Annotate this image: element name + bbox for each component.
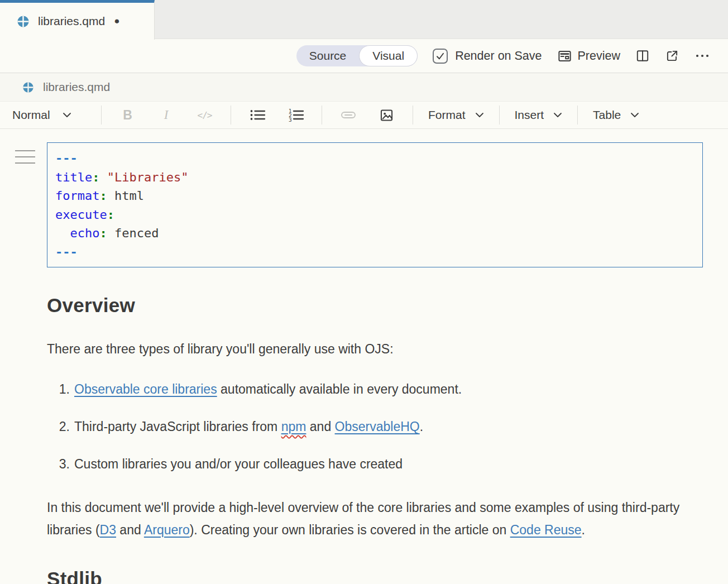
link[interactable]: Observable core libraries (74, 382, 217, 396)
text-run: and (306, 419, 334, 434)
visual-mode-button[interactable]: Visual (359, 45, 418, 66)
render-on-save-control[interactable]: Render on Save (433, 49, 542, 64)
document-body: OverviewThere are three types of library… (47, 294, 728, 584)
preview-icon (557, 49, 572, 64)
split-editor-icon (635, 49, 650, 63)
list-item-text: Third-party JavaScript libraries from np… (74, 415, 423, 438)
yaml-line: echo: fenced (55, 224, 695, 243)
yaml-token: title (55, 170, 92, 184)
text-run: There are three types of library you'll … (47, 342, 394, 356)
link[interactable]: D3 (100, 523, 116, 537)
misspelled-word: npm (281, 419, 306, 434)
list-item-text: Observable core libraries automatically … (74, 378, 462, 400)
split-editor-button[interactable] (635, 49, 650, 63)
ellipsis-icon (695, 49, 710, 63)
source-visual-toggle: Source Visual (296, 45, 418, 66)
editor-toolbar: Source Visual Render on Save Preview (0, 39, 728, 73)
yaml-token: : (107, 208, 114, 222)
table-menu-label: Table (593, 108, 621, 122)
render-on-save-checkbox[interactable] (433, 49, 448, 64)
render-on-save-label: Render on Save (455, 49, 542, 63)
yaml-token (55, 226, 70, 240)
text-run: . (420, 419, 423, 434)
yaml-token: html (114, 189, 144, 203)
yaml-line: title: "Libraries" (55, 168, 695, 187)
ordered-list: 1.Observable core libraries automaticall… (47, 378, 728, 475)
paragraph-style-dropdown[interactable]: Normal (12, 108, 82, 122)
list-number: 1. (47, 378, 70, 400)
tab-title: libraries.qmd (38, 15, 105, 28)
section-heading: Stdlib (47, 568, 728, 584)
list-number: 3. (47, 453, 70, 475)
svg-text:3: 3 (289, 117, 292, 122)
block-drag-handle-icon[interactable] (15, 150, 35, 169)
toolbar-separator (322, 106, 322, 125)
paragraph: There are three types of library you'll … (47, 338, 686, 360)
quarto-icon (22, 82, 34, 93)
yaml-token: echo (70, 226, 100, 240)
text-run: . (582, 523, 585, 537)
source-mode-button[interactable]: Source (296, 45, 360, 66)
bullet-list-button[interactable] (238, 108, 276, 122)
yaml-front-matter-block[interactable]: ---title: "Libraries"format: htmlexecute… (47, 142, 703, 267)
yaml-token: execute (55, 208, 107, 222)
yaml-token: --- (55, 151, 78, 165)
list-number: 2. (47, 415, 70, 438)
quarto-icon (17, 15, 30, 28)
link[interactable]: Arquero (144, 523, 190, 537)
more-actions-button[interactable] (695, 49, 710, 63)
yaml-token: --- (55, 245, 78, 259)
yaml-token: "Libraries" (107, 170, 189, 184)
link-button[interactable] (329, 108, 367, 123)
code-button[interactable]: </> (185, 108, 224, 123)
toolbar-separator (101, 106, 102, 125)
yaml-line: --- (55, 149, 695, 168)
formatting-toolbar: Normal B I </> 1 2 3 (0, 102, 728, 129)
yaml-line: execute: (55, 205, 695, 224)
link[interactable]: npm (281, 419, 306, 434)
yaml-line: format: html (55, 186, 695, 205)
link[interactable]: ObservableHQ (335, 419, 420, 434)
list-item: 1.Observable core libraries automaticall… (47, 378, 686, 400)
numbered-list-button[interactable]: 1 2 3 (276, 108, 315, 122)
yaml-token: fenced (114, 226, 159, 240)
yaml-line: --- (55, 243, 695, 262)
tab-strip: libraries.qmd ● (0, 0, 728, 39)
text-run: ). Creating your own libraries is covere… (190, 523, 510, 537)
paragraph-style-label: Normal (12, 108, 50, 122)
text-run: automatically available in every documen… (217, 382, 462, 396)
paragraph: In this document we'll provide a high-le… (47, 496, 686, 541)
modified-dot-icon: ● (114, 16, 119, 27)
open-external-icon (665, 49, 679, 63)
text-run: Custom libraries you and/or your colleag… (74, 457, 403, 471)
yaml-token: : (99, 189, 107, 203)
toolbar-separator (231, 106, 231, 125)
image-button[interactable] (367, 108, 406, 123)
tab-libraries-qmd[interactable]: libraries.qmd ● (0, 0, 155, 40)
yaml-token: format (55, 189, 99, 203)
link[interactable]: Code Reuse (510, 523, 582, 537)
format-menu[interactable]: Format (413, 108, 499, 122)
insert-menu[interactable]: Insert (500, 108, 578, 122)
list-item: 3.Custom libraries you and/or your colle… (47, 453, 686, 475)
italic-button[interactable]: I (147, 108, 185, 123)
breadcrumb[interactable]: libraries.qmd (0, 73, 728, 102)
bold-button[interactable]: B (108, 108, 147, 123)
yaml-token (99, 170, 107, 184)
preview-button[interactable]: Preview (557, 49, 620, 64)
editor-content[interactable]: ---title: "Libraries"format: htmlexecute… (0, 129, 728, 584)
insert-menu-label: Insert (515, 108, 544, 122)
text-run: and (116, 523, 144, 537)
format-menu-label: Format (428, 108, 466, 122)
open-external-button[interactable] (665, 49, 679, 63)
yaml-token: : (99, 226, 107, 240)
yaml-token (107, 189, 114, 203)
table-menu[interactable]: Table (578, 108, 654, 122)
section-heading: Overview (47, 294, 728, 317)
preview-label: Preview (578, 49, 620, 63)
list-item: 2.Third-party JavaScript libraries from … (47, 415, 686, 438)
yaml-token (107, 226, 114, 240)
yaml-token: : (92, 170, 99, 184)
breadcrumb-file: libraries.qmd (43, 80, 110, 94)
text-run: Third-party JavaScript libraries from (74, 419, 281, 434)
